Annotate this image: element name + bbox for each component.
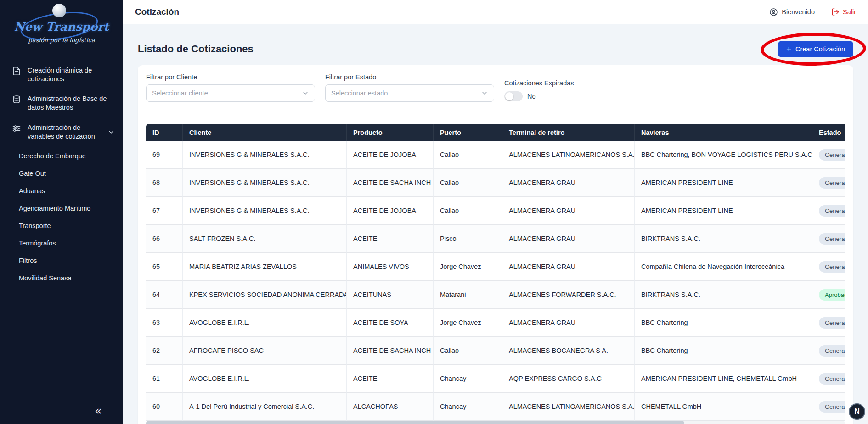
cell-terminal: ALMACENES FORWARDER S.A.C.: [502, 281, 635, 309]
table-row[interactable]: 68 INVERSIONES G & MINERALES S.A.C. ACEI…: [146, 169, 845, 197]
status-badge: Generado: [819, 373, 845, 385]
client-filter-label: Filtrar por Cliente: [146, 73, 315, 81]
status-badge: Generado: [819, 345, 845, 357]
table-header-row: ID Cliente Producto Puerto Terminal de r…: [146, 124, 845, 141]
cell-navieras: AMERICAN PRESIDENT LINE: [635, 169, 812, 197]
cell-puerto: Callao: [434, 337, 502, 365]
cell-estado: Generado: [812, 169, 845, 197]
quotes-table-body: 69 INVERSIONES G & MINERALES S.A.C. ACEI…: [146, 141, 845, 421]
sidebar-subitem-transporte[interactable]: Transporte: [0, 217, 123, 234]
cell-cliente: INVERSIONES G & MINERALES S.A.C.: [183, 169, 347, 197]
state-filter-select[interactable]: Seleccionar estado: [325, 84, 494, 102]
sidebar-subitem-movilidad-senasa[interactable]: Movilidad Senasa: [0, 269, 123, 287]
sidebar-subitem-filtros[interactable]: Filtros: [0, 252, 123, 269]
status-badge: Generado: [819, 177, 845, 189]
logo-title: New Transport: [0, 20, 123, 33]
sidebar-item-admin-base-datos[interactable]: Administración de Base de datos Maestros: [0, 89, 123, 117]
sidebar-item-label: Creación dinámica de cotizaciones: [28, 66, 115, 84]
cell-terminal: ALMACENERA GRAU: [502, 197, 635, 225]
cell-navieras: BIRKTRANS S.A.C.: [635, 225, 812, 253]
cell-cliente: AFROCAFE PISCO SAC: [183, 337, 347, 365]
client-filter-select[interactable]: Seleccionar cliente: [146, 84, 315, 102]
cell-terminal: ALMACENES BOCANEGRA S A.: [502, 337, 635, 365]
floating-n-badge[interactable]: N: [849, 403, 865, 420]
cell-producto: ACEITE DE SOYA: [347, 309, 434, 337]
sidebar-subitem-gate-out[interactable]: Gate Out: [0, 165, 123, 182]
cell-cliente: MARIA BEATRIZ ARIAS ZEVALLOS: [183, 253, 347, 281]
cell-cliente: AVOGLOBE E.I.R.L.: [183, 365, 347, 393]
cell-producto: ACEITE DE JOJOBA: [347, 141, 434, 169]
cell-estado: Generado: [812, 141, 845, 169]
expired-filter-group: Cotizaciones Expiradas No: [504, 79, 574, 101]
sidebar-nav: Creación dinámica de cotizaciones Admini…: [0, 61, 123, 287]
cell-puerto: Chancay: [434, 393, 502, 421]
table-row[interactable]: 66 SALT FROZEN S.A.C. ACEITE Pisco ALMAC…: [146, 225, 845, 253]
user-circle-icon: [769, 8, 778, 17]
cell-id: 62: [146, 337, 183, 365]
quotes-card: Filtrar por Cliente Seleccionar cliente …: [138, 65, 853, 424]
logout-icon: [831, 8, 840, 16]
column-header-producto: Producto: [347, 124, 434, 141]
toggle-knob: [505, 92, 513, 100]
sidebar-subitem-termografos[interactable]: Termógrafos: [0, 234, 123, 252]
cell-terminal: ALMACENERA GRAU: [502, 309, 635, 337]
table-row[interactable]: 65 MARIA BEATRIZ ARIAS ZEVALLOS ANIMALES…: [146, 253, 845, 281]
table-row[interactable]: 63 AVOGLOBE E.I.R.L. ACEITE DE SOYA Jorg…: [146, 309, 845, 337]
cell-cliente: INVERSIONES G & MINERALES S.A.C.: [183, 141, 347, 169]
cell-cliente: SALT FROZEN S.A.C.: [183, 225, 347, 253]
cell-producto: ACEITE DE SACHA INCH: [347, 337, 434, 365]
cell-id: 65: [146, 253, 183, 281]
cell-navieras: BBC Chartering, BON VOYAGE LOGISTICS PER…: [635, 141, 812, 169]
sidebar-item-creacion-dinamica[interactable]: Creación dinámica de cotizaciones: [0, 61, 123, 89]
document-icon: [12, 67, 21, 76]
sidebar-collapse-button[interactable]: «: [95, 405, 102, 417]
status-badge: Generado: [819, 261, 845, 273]
client-filter-placeholder: Seleccionar cliente: [152, 89, 302, 97]
cell-terminal: ALMACENERA GRAU: [502, 169, 635, 197]
quotes-table-viewport: ID Cliente Producto Puerto Terminal de r…: [146, 124, 845, 421]
scrollbar-thumb[interactable]: [146, 421, 684, 424]
welcome-menu[interactable]: Bienvenido: [769, 8, 815, 17]
page-title: Listado de Cotizaciones: [138, 43, 254, 55]
cell-id: 64: [146, 281, 183, 309]
expired-toggle[interactable]: [504, 91, 523, 101]
logo-sphere-icon: [52, 4, 66, 17]
cell-terminal: ALMACENES LATINOAMERICANOS S.A.: [502, 393, 635, 421]
sidebar-subitem-aduanas[interactable]: Aduanas: [0, 182, 123, 200]
status-badge: Generado: [819, 205, 845, 217]
table-row[interactable]: 62 AFROCAFE PISCO SAC ACEITE DE SACHA IN…: [146, 337, 845, 365]
sidebar-item-label: Administración de variables de cotizació…: [28, 123, 101, 141]
main-area: Cotización Bienvenido Salir Listado de C…: [123, 0, 868, 424]
cell-terminal: ALMACENERA GRAU: [502, 225, 635, 253]
table-row[interactable]: 64 KPEX SERVICIOS SOCIEDAD ANONIMA CERRA…: [146, 281, 845, 309]
sidebar-subnav: Derecho de Embarque Gate Out Aduanas Age…: [0, 146, 123, 287]
table-row[interactable]: 61 AVOGLOBE E.I.R.L. ACEITE Chancay AQP …: [146, 365, 845, 393]
cell-terminal: AQP EXPRESS CARGO S.A.C: [502, 365, 635, 393]
page-header-title: Cotización: [135, 7, 179, 17]
cell-puerto: Matarani: [434, 281, 502, 309]
cell-id: 66: [146, 225, 183, 253]
column-header-terminal: Terminal de retiro: [502, 124, 635, 141]
sidebar-subitem-agenciamiento-maritimo[interactable]: Agenciamiento Marítimo: [0, 200, 123, 217]
cell-id: 63: [146, 309, 183, 337]
table-row[interactable]: 67 INVERSIONES G & MINERALES S.A.C. ACEI…: [146, 197, 845, 225]
sidebar-subitem-derecho-embarque[interactable]: Derecho de Embarque: [0, 147, 123, 165]
create-quote-button[interactable]: + Crear Cotización: [778, 41, 853, 57]
cell-navieras: AMERICAN PRESIDENT LINE, CHEMETALL GmbH: [635, 365, 812, 393]
logout-button[interactable]: Salir: [831, 8, 856, 16]
sidebar-item-admin-variables[interactable]: Administración de variables de cotizació…: [0, 118, 123, 146]
table-row[interactable]: 60 A-1 Del Perú Industrial y Comercial S…: [146, 393, 845, 421]
state-filter-group: Filtrar por Estado Seleccionar estado: [325, 73, 494, 102]
cell-navieras: CHEMETALL GmbH: [635, 393, 812, 421]
cell-estado: Generado: [812, 197, 845, 225]
cell-cliente: AVOGLOBE E.I.R.L.: [183, 309, 347, 337]
cell-id: 69: [146, 141, 183, 169]
topbar: Cotización Bienvenido Salir: [123, 0, 868, 24]
column-header-id: ID: [146, 124, 183, 141]
cell-id: 60: [146, 393, 183, 421]
status-badge: Generado: [819, 149, 845, 161]
cell-producto: ACEITE: [347, 225, 434, 253]
cell-estado: Generado: [812, 225, 845, 253]
table-row[interactable]: 69 INVERSIONES G & MINERALES S.A.C. ACEI…: [146, 141, 845, 169]
expired-toggle-value: No: [527, 93, 536, 100]
